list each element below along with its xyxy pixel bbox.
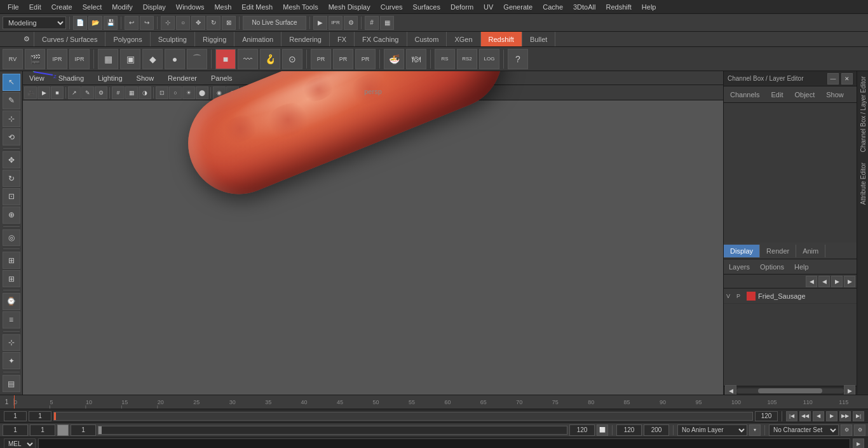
right-panel-minimize[interactable]: — — [827, 73, 839, 85]
layer-new-btn[interactable]: ▶ — [844, 276, 855, 287]
shelf-tab-animation[interactable]: Animation — [234, 32, 281, 46]
layer-tab-options[interactable]: Options — [755, 262, 789, 272]
render-btn[interactable]: ▶ — [313, 16, 327, 30]
no-live-surface-btn[interactable]: No Live Surface — [243, 16, 306, 30]
shelf-icon-diamond[interactable]: ◆ — [142, 49, 163, 69]
shelf-tab-sculpting[interactable]: Sculpting — [151, 32, 195, 46]
shelf-tab-fx[interactable]: FX — [330, 32, 355, 46]
shelf-icon-strip[interactable]: 〰 — [238, 49, 258, 69]
vp-scene-btn[interactable]: ⊡ — [156, 86, 168, 99]
lasso-select-btn[interactable]: ⊹ — [3, 111, 20, 128]
shelf-tab-custom[interactable]: Custom — [407, 32, 447, 46]
shelf-icon-rs2[interactable]: RS2 — [457, 49, 477, 69]
menu-generate[interactable]: Generate — [498, 2, 538, 12]
rotate-btn[interactable]: ↻ — [3, 170, 20, 187]
show-manip-btn[interactable]: ⊞ — [3, 252, 20, 269]
render-region-btn[interactable]: ▤ — [3, 375, 20, 392]
current-frame-input[interactable] — [4, 411, 27, 421]
menu-mesh-display[interactable]: Mesh Display — [323, 2, 376, 12]
transport-back-btn[interactable]: ◀◀ — [799, 411, 811, 421]
move-btn[interactable]: ✥ — [3, 151, 20, 168]
lasso-tool[interactable]: ○ — [176, 16, 190, 30]
snap-to-grid-btn[interactable]: ⊹ — [3, 334, 20, 351]
shelf-icon-pr3[interactable]: PR — [355, 49, 376, 69]
menu-mesh-tools[interactable]: Mesh Tools — [278, 2, 323, 12]
shelf-icon-ipr[interactable]: IPR — [47, 49, 67, 69]
vp-shaded-btn[interactable]: ◑ — [139, 86, 151, 99]
move-tool[interactable]: ✥ — [191, 16, 205, 30]
vp-renderer-menu[interactable]: Renderer — [164, 73, 201, 83]
menu-redshift[interactable]: Redshift — [600, 2, 636, 12]
bb-char-set-select[interactable]: No Character Set — [769, 424, 839, 436]
shelf-icon-hook[interactable]: 🪝 — [260, 49, 280, 69]
timeline-ruler[interactable]: 0 5 10 15 20 25 30 35 40 45 50 55 60 65 … — [14, 395, 868, 409]
new-scene-btn[interactable]: 📄 — [73, 16, 87, 30]
menu-uv[interactable]: UV — [478, 2, 498, 12]
channels-btn[interactable]: ≡ — [3, 311, 20, 329]
shelf-tab-polygons[interactable]: Polygons — [105, 32, 150, 46]
layer-color-swatch[interactable] — [747, 292, 756, 301]
shelf-icon-video[interactable]: 🎬 — [25, 49, 45, 69]
right-scrollbar[interactable]: ◀ ▶ — [724, 386, 857, 395]
menu-curves[interactable]: Curves — [376, 2, 408, 12]
bb-anim-layer-select[interactable]: No Anim Layer — [677, 424, 747, 436]
time-slider[interactable] — [53, 412, 753, 421]
shelf-icon-sphere[interactable]: ● — [165, 49, 185, 69]
grid-btn[interactable]: # — [365, 16, 379, 30]
shelf-icon-pr1[interactable]: PR — [311, 49, 331, 69]
menu-display[interactable]: Display — [138, 2, 171, 12]
shelf-icon-log[interactable]: LOG — [479, 49, 499, 69]
cb-tab-object[interactable]: Object — [790, 90, 818, 100]
scrollbar-track[interactable] — [736, 388, 844, 393]
vp-cube-btn[interactable]: ■ — [51, 86, 64, 99]
menu-surfaces[interactable]: Surfaces — [408, 2, 445, 12]
menu-help[interactable]: Help — [637, 2, 661, 12]
end-frame-display[interactable] — [755, 411, 778, 421]
cd-tab-render[interactable]: Render — [760, 245, 796, 257]
vp-panels-menu[interactable]: Panels — [207, 73, 236, 83]
shelf-gear-btn[interactable]: ⚙ — [19, 32, 34, 46]
vp-film-btn[interactable]: ▶ — [37, 86, 50, 99]
bb-playback-end[interactable] — [616, 424, 642, 436]
cmd-submit-btn[interactable]: ▶ — [853, 438, 864, 449]
vp-wire-btn[interactable]: ▦ — [125, 86, 138, 99]
bb-playback-frame[interactable] — [71, 424, 96, 436]
bb-current-frame[interactable] — [30, 424, 55, 436]
scale-tool[interactable]: ⊠ — [222, 16, 236, 30]
bb-speed[interactable] — [644, 424, 669, 436]
save-btn[interactable]: 💾 — [104, 16, 118, 30]
vp-select-btn[interactable]: ↗ — [68, 86, 81, 99]
shelf-icon-rv[interactable]: RV — [3, 49, 23, 69]
render-settings-btn[interactable]: ⚙ — [344, 16, 358, 30]
right-panel-close[interactable]: ✕ — [841, 73, 853, 85]
shelf-icon-circle[interactable]: ⊙ — [282, 49, 302, 69]
vp-grid-btn[interactable]: # — [112, 86, 125, 99]
cb-tab-edit[interactable]: Edit — [767, 90, 787, 100]
cmd-input[interactable] — [38, 438, 850, 449]
shelf-icon-cube-red[interactable]: ■ — [215, 49, 236, 69]
layer-down-btn[interactable]: ◀ — [818, 276, 830, 287]
rotate-tool[interactable]: ↻ — [207, 16, 220, 30]
layer-tab-help[interactable]: Help — [789, 262, 814, 272]
shelf-icon-ipr2[interactable]: IPR — [69, 49, 90, 69]
mode-selector[interactable]: Modeling Rigging Animation — [3, 17, 66, 29]
bb-start-frame[interactable] — [3, 424, 28, 436]
layer-tab-layers[interactable]: Layers — [724, 262, 755, 272]
layer-playback[interactable]: P — [736, 293, 744, 299]
open-btn[interactable]: 📂 — [88, 16, 102, 30]
shelf-tab-bullet[interactable]: Bullet — [522, 32, 556, 46]
select-tool[interactable]: ⊹ — [161, 16, 175, 30]
shelf-icon-grid[interactable]: ▦ — [98, 49, 118, 69]
layer-options-btn[interactable]: ▶ — [831, 276, 843, 287]
side-tab-attribute-editor[interactable]: Attribute Editor — [857, 158, 868, 210]
shelf-tab-redshift[interactable]: Redshift — [481, 32, 522, 46]
menu-edit-mesh[interactable]: Edit Mesh — [236, 2, 278, 12]
side-tab-channel-box[interactable]: Channel Box / Layer Editor — [857, 71, 868, 158]
vp-cam-btn[interactable]: 🎥 — [24, 86, 37, 99]
menu-edit[interactable]: Edit — [24, 2, 46, 12]
ipr-btn[interactable]: IPR — [329, 16, 342, 30]
shelf-tab-rendering[interactable]: Rendering — [281, 32, 330, 46]
cb-tab-show[interactable]: Show — [822, 90, 848, 100]
shelf-tab-xgen[interactable]: XGen — [447, 32, 480, 46]
snap-mode-btn[interactable]: ⊞ — [3, 270, 20, 287]
